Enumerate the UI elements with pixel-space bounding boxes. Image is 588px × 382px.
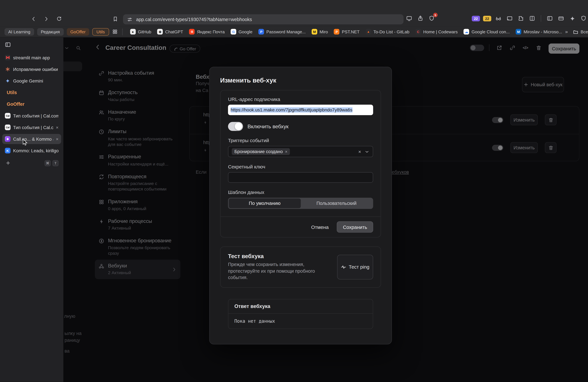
chevron-down-icon[interactable] bbox=[365, 149, 369, 154]
adblock-shield-icon[interactable]: 5 bbox=[427, 14, 436, 22]
webhook-response-title: Ответ вебхука bbox=[228, 299, 373, 313]
google-favicon: G bbox=[231, 29, 236, 35]
bookmark-google[interactable]: GGoogle bbox=[231, 29, 252, 35]
enable-webhook-toggle[interactable] bbox=[228, 122, 243, 131]
browser-sidebar: ⋈ streamlit main app Исправление ошибки … bbox=[0, 38, 63, 382]
site-settings-icon[interactable] bbox=[127, 16, 133, 22]
pinned-tab-streamlit[interactable]: ⋈ streamlit main app bbox=[2, 52, 61, 63]
gemini-favicon bbox=[5, 78, 10, 84]
tab-cal-event-type-2[interactable]: Cal Тип события | Cal.c... × bbox=[2, 122, 61, 132]
secret-key-label: Секретный ключ bbox=[228, 164, 373, 170]
github-favicon: ● bbox=[130, 29, 136, 35]
trigger-chip: Бронирование создано × bbox=[232, 148, 290, 155]
sidebar-toggle-icon[interactable] bbox=[546, 14, 554, 22]
pinned-tab-gemini[interactable]: Google Gemini bbox=[2, 76, 61, 86]
reading-mode-icon[interactable] bbox=[494, 14, 503, 22]
privacy-shield-icon[interactable] bbox=[579, 14, 588, 22]
pinned-tab-claude[interactable]: Исправление ошибки и bbox=[2, 64, 61, 74]
new-tab-row[interactable]: ⌘ T bbox=[2, 158, 61, 168]
pst-favicon: P bbox=[334, 29, 339, 35]
clear-select-icon[interactable]: × bbox=[358, 149, 361, 154]
bookmark-chatgpt[interactable]: ⊛ChatGPT bbox=[157, 29, 183, 35]
ai-spark-icon[interactable] bbox=[568, 14, 576, 22]
profile-badge-purple[interactable]: 22 bbox=[472, 16, 480, 21]
kommo-favicon: K bbox=[5, 148, 10, 153]
bookmark-google-cloud[interactable]: ☁Google Cloud con... bbox=[464, 29, 510, 35]
event-triggers-label: Триггеры событий bbox=[228, 138, 373, 143]
bookmark-password-manager[interactable]: PPassword Manage... bbox=[258, 29, 306, 35]
back-button[interactable] bbox=[29, 15, 38, 23]
share-icon[interactable] bbox=[416, 14, 425, 22]
test-webhook-card: Тест вебхука Прежде чем сохранить измене… bbox=[220, 246, 381, 287]
cal-favicon: Cal bbox=[5, 125, 10, 130]
browser-chrome: app.cal.com/event-types/1930745?tabName=… bbox=[0, 0, 588, 26]
bookmark-microsoft[interactable]: MMiroslav - Microso... bbox=[516, 29, 562, 35]
bookmark-pst-net[interactable]: PPST.NET bbox=[334, 29, 359, 35]
streamlit-favicon: ⋈ bbox=[5, 55, 10, 60]
enable-webhook-label: Включить вебхук bbox=[248, 123, 289, 129]
forward-button[interactable] bbox=[42, 15, 50, 23]
webhook-form-card: URL-адрес подписчика https://hook.us1.ma… bbox=[220, 90, 381, 237]
cast-icon[interactable] bbox=[505, 14, 514, 22]
extensions-puzzle-icon[interactable] bbox=[517, 14, 525, 22]
codewars-favicon: C bbox=[415, 29, 421, 35]
bookmark-gitlab[interactable]: ▲To-Do List - GitLab bbox=[366, 29, 409, 35]
sidebar-section-gooffer[interactable]: GoOffer bbox=[2, 99, 61, 109]
bookmarks-overflow-chevron[interactable]: » bbox=[565, 29, 568, 35]
save-webhook-button[interactable]: Сохранить bbox=[337, 221, 373, 233]
wallet-icon[interactable] bbox=[557, 14, 565, 22]
apps-grid-icon[interactable] bbox=[112, 28, 118, 36]
subscriber-url-input[interactable]: https://hook.us1.make.com/7jpgmdffkuttju… bbox=[228, 105, 373, 115]
edit-webhook-dialog: Изменить веб-хук URL-адрес подписчика ht… bbox=[209, 67, 392, 344]
bookmark-miro[interactable]: MMiro bbox=[312, 29, 328, 35]
template-default-option[interactable]: По умолчанию bbox=[229, 198, 301, 208]
payload-template-toggle-group: По умолчанию Пользовательский bbox=[228, 198, 373, 209]
bookmark-icon[interactable] bbox=[111, 15, 119, 23]
tab-group-redakcia[interactable]: Редакция bbox=[37, 28, 63, 35]
test-ping-button[interactable]: Тест ping bbox=[337, 255, 373, 279]
all-bookmarks-button[interactable]: Все закладки bbox=[573, 29, 588, 34]
webhook-response-empty: Пока нет данных bbox=[228, 313, 373, 328]
close-tab-icon[interactable]: × bbox=[56, 125, 59, 130]
pulse-icon bbox=[341, 264, 346, 270]
test-webhook-description: Прежде чем сохранить изменения, протести… bbox=[228, 261, 326, 281]
cancel-button[interactable]: Отмена bbox=[307, 221, 332, 233]
sidebar-section-utils[interactable]: Utils bbox=[2, 87, 61, 98]
subscriber-url-label: URL-адрес подписчика bbox=[228, 96, 373, 102]
bookmarks-bar: AI Learning Редакция GoOffer Utils ●GitH… bbox=[0, 26, 588, 38]
profile-badge-yellow[interactable]: 22 bbox=[483, 16, 491, 21]
browser-window: app.cal.com/event-types/1930745?tabName=… bbox=[0, 0, 588, 382]
secret-key-input[interactable] bbox=[228, 172, 373, 183]
tab-group-utils[interactable]: Utils bbox=[92, 28, 109, 35]
bookmark-yandex-mail[interactable]: ЯЯндекс Почта bbox=[189, 29, 225, 35]
template-custom-option[interactable]: Пользовательский bbox=[300, 198, 372, 208]
yandex-favicon: Я bbox=[189, 29, 195, 35]
cal-favicon: Cal bbox=[5, 113, 10, 118]
remove-trigger-icon[interactable]: × bbox=[285, 149, 288, 154]
split-view-icon[interactable] bbox=[528, 14, 536, 22]
reload-button[interactable] bbox=[55, 15, 63, 23]
claude-favicon bbox=[5, 66, 10, 72]
tab-group-ai-learning[interactable]: AI Learning bbox=[5, 28, 34, 35]
folder-icon bbox=[573, 29, 578, 34]
sidebar-collapse-icon[interactable] bbox=[4, 41, 12, 49]
new-tab-plus-icon[interactable] bbox=[5, 160, 11, 166]
divider bbox=[122, 28, 123, 35]
url-text: app.cal.com/event-types/1930745?tabName=… bbox=[136, 17, 252, 22]
divider bbox=[541, 15, 541, 22]
tab-make-scenario[interactable]: ◆ Call.co... & Kommo &... × bbox=[2, 134, 61, 144]
tab-group-gooffer[interactable]: GoOffer bbox=[67, 28, 89, 35]
password-manager-favicon: P bbox=[258, 29, 264, 35]
bookmark-codewars[interactable]: CHome | Codewars bbox=[415, 29, 458, 35]
close-tab-icon[interactable]: × bbox=[56, 136, 59, 142]
test-webhook-title: Тест вебхука bbox=[228, 253, 326, 259]
mouse-cursor bbox=[22, 139, 28, 146]
tab-cal-event-type[interactable]: Cal Тип события | Cal.com bbox=[2, 111, 61, 121]
selected-url-text: https://hook.us1.make.com/7jpgmdffkuttju… bbox=[231, 107, 352, 113]
event-triggers-select[interactable]: Бронирование создано × × bbox=[228, 146, 373, 157]
device-icon[interactable] bbox=[405, 14, 413, 22]
address-bar[interactable]: app.cal.com/event-types/1930745?tabName=… bbox=[123, 14, 403, 24]
chatgpt-favicon: ⊛ bbox=[157, 29, 163, 35]
tab-kommo[interactable]: K Kommo: Leads, kirillgoof... bbox=[2, 146, 61, 156]
bookmark-github[interactable]: ●GitHub bbox=[130, 29, 151, 35]
